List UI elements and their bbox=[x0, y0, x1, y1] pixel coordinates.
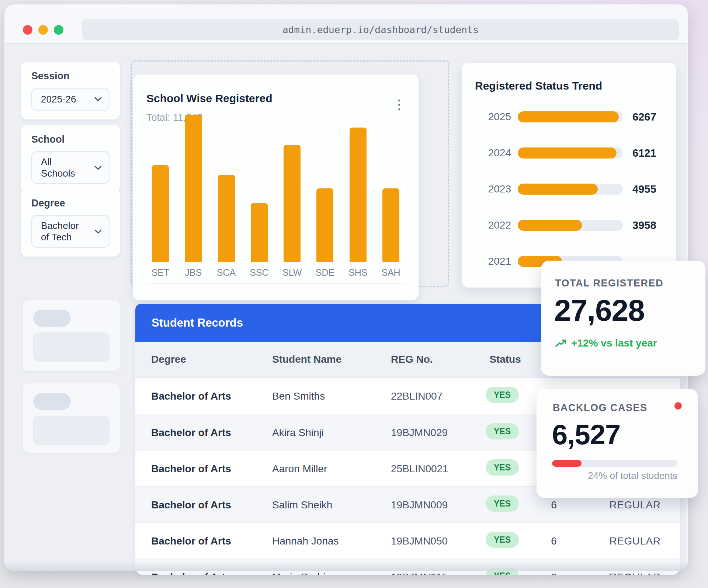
degree-label: Degree bbox=[31, 198, 110, 209]
cell-status: YES bbox=[482, 423, 523, 439]
table-row[interactable]: Bachelor of Arts Hannah Jonas 19BJMN050 … bbox=[135, 522, 680, 559]
cell-type: REGULAR bbox=[604, 499, 666, 511]
trend-up-icon bbox=[555, 338, 567, 348]
chart-divider bbox=[146, 283, 405, 284]
cell-status: YES bbox=[482, 387, 523, 403]
school-value: All Schools bbox=[41, 156, 86, 179]
cell-name: Akira Shinji bbox=[272, 427, 324, 439]
cell-degree: Bachelor of Arts bbox=[151, 571, 231, 575]
chevron-down-icon bbox=[94, 165, 102, 170]
maximize-window-button[interactable] bbox=[54, 25, 63, 35]
backlog-value: 6,527 bbox=[552, 418, 620, 450]
status-badge: YES bbox=[486, 423, 519, 439]
cell-name: Salim Sheikh bbox=[272, 499, 332, 511]
cell-name: Hannah Jonas bbox=[272, 535, 339, 547]
bar-chart: SET JBS SCA SSC SLW SDE bbox=[152, 114, 399, 278]
bar-label: SET bbox=[152, 267, 170, 278]
trend-track bbox=[518, 147, 623, 159]
session-value: 2025-26 bbox=[41, 94, 76, 105]
cell-degree: Bachelor of Arts bbox=[151, 535, 231, 547]
bar-sca bbox=[218, 175, 235, 262]
degree-select[interactable]: Bachelor of Tech bbox=[31, 215, 110, 248]
browser-chrome: admin.eduerp.io/dashboard/students bbox=[4, 4, 688, 44]
trend-row-2025: 2025 6267 bbox=[462, 99, 676, 135]
cell-status: YES bbox=[482, 495, 523, 512]
table-row[interactable]: Bachelor of Arts Maria Rodriguez 19BJMN0… bbox=[135, 559, 680, 575]
bar-label: SLW bbox=[282, 267, 302, 278]
chart-title: School Wise Registered bbox=[146, 92, 272, 105]
cell-status: YES bbox=[482, 532, 523, 548]
trend-fill bbox=[518, 184, 598, 195]
trend-fill bbox=[518, 220, 582, 231]
bar-group-sde: SDE bbox=[316, 188, 333, 278]
bar-group-sca: SCA bbox=[218, 175, 235, 278]
bar-group-jbs: JBS bbox=[185, 115, 202, 278]
status-badge: YES bbox=[486, 387, 519, 403]
bar-group-slw: SLW bbox=[284, 145, 301, 278]
cell-type: REGULAR bbox=[604, 571, 666, 575]
school-select[interactable]: All Schools bbox=[31, 151, 110, 184]
trend-rows: 2025 6267 2024 6121 2023 4955 2022 3958 … bbox=[462, 99, 676, 279]
trend-track bbox=[518, 184, 623, 195]
table-title: Student Records bbox=[152, 316, 243, 330]
url-text: admin.eduerp.io/dashboard/students bbox=[282, 24, 479, 35]
skeleton-select-placeholder bbox=[33, 333, 110, 362]
trend-year: 2022 bbox=[462, 219, 518, 231]
total-registered-delta: +12% vs last year bbox=[555, 337, 657, 349]
column-reg-no: REG No. bbox=[391, 354, 433, 365]
skeleton-label-placeholder bbox=[33, 310, 71, 327]
cell-reg-no: 22BLIN007 bbox=[391, 390, 442, 402]
delta-text: +12% vs last year bbox=[571, 337, 657, 349]
cell-status: YES bbox=[482, 459, 523, 476]
minimize-window-button[interactable] bbox=[38, 25, 48, 35]
cell-degree: Bachelor of Arts bbox=[151, 499, 231, 511]
backlog-progress-track bbox=[552, 460, 677, 467]
trend-track bbox=[518, 220, 623, 231]
cell-type: REGULAR bbox=[604, 535, 666, 547]
bar-label: SAH bbox=[381, 267, 400, 278]
chevron-down-icon bbox=[94, 97, 102, 102]
trend-year: 2023 bbox=[462, 183, 518, 195]
status-badge: YES bbox=[486, 532, 519, 548]
column-status: Status bbox=[485, 354, 525, 365]
status-badge: YES bbox=[486, 495, 519, 512]
close-window-button[interactable] bbox=[23, 25, 32, 35]
cell-backlogs: 6 bbox=[541, 535, 567, 547]
skeleton-select-placeholder bbox=[33, 416, 110, 445]
cell-name: Aaron Miller bbox=[272, 463, 327, 475]
trend-fill bbox=[518, 111, 619, 122]
cell-degree: Bachelor of Arts bbox=[151, 463, 231, 475]
trend-year: 2021 bbox=[462, 255, 518, 267]
trend-row-2022: 2022 3958 bbox=[462, 207, 676, 243]
bar-label: SDE bbox=[316, 267, 334, 278]
registered-status-trend-card: Registered Status Trend 2025 6267 2024 6… bbox=[462, 63, 676, 288]
backlog-progress-fill bbox=[552, 460, 582, 467]
bar-group-sah: SAH bbox=[382, 188, 399, 278]
trend-title: Registered Status Trend bbox=[475, 80, 602, 92]
cell-name: Ben Smiths bbox=[272, 390, 325, 402]
session-select[interactable]: 2025-26 bbox=[31, 88, 110, 111]
bar-group-set: SET bbox=[152, 165, 169, 278]
cell-status: YES bbox=[482, 568, 523, 575]
bar-sah bbox=[382, 188, 399, 262]
trend-value: 6121 bbox=[632, 147, 656, 159]
bar-label: SHS bbox=[348, 267, 367, 278]
total-registered-label: TOTAL REGISTERED bbox=[555, 278, 663, 289]
filter-card-skeleton-1 bbox=[23, 300, 120, 371]
trend-value: 6267 bbox=[632, 111, 656, 123]
backlog-label: BACKLOG CASES bbox=[553, 402, 648, 414]
total-registered-value: 27,628 bbox=[554, 293, 645, 328]
trend-value: 4955 bbox=[632, 183, 656, 195]
session-label: Session bbox=[31, 70, 110, 82]
trend-row-2023: 2023 4955 bbox=[462, 171, 676, 207]
cell-reg-no: 19BJMN050 bbox=[391, 535, 448, 547]
school-label: School bbox=[31, 134, 110, 145]
cell-degree: Bachelor of Arts bbox=[151, 390, 231, 402]
kebab-menu-icon[interactable] bbox=[397, 98, 402, 112]
bar-sde bbox=[316, 188, 333, 262]
browser-window: admin.eduerp.io/dashboard/students Sessi… bbox=[4, 4, 688, 571]
status-badge: YES bbox=[486, 459, 519, 476]
cell-reg-no: 19BJMN009 bbox=[391, 499, 448, 511]
url-bar[interactable]: admin.eduerp.io/dashboard/students bbox=[82, 19, 679, 40]
cell-reg-no: 19BJMN029 bbox=[391, 427, 448, 439]
